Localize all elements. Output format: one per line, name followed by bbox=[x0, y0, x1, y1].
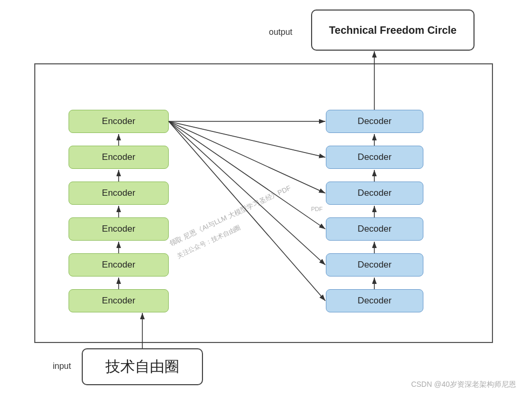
encoder-box-2: Encoder bbox=[69, 146, 169, 169]
decoder-box-4: Decoder bbox=[326, 217, 423, 241]
output-box: Technical Freedom Circle bbox=[311, 9, 475, 51]
decoder-box-2: Decoder bbox=[326, 146, 423, 169]
encoder-box-4: Encoder bbox=[69, 217, 169, 241]
decoder-box-1: Decoder bbox=[326, 110, 423, 133]
input-box: 技术自由圈 bbox=[82, 348, 203, 385]
output-box-text: Technical Freedom Circle bbox=[329, 24, 457, 36]
input-label: input bbox=[53, 361, 71, 371]
output-label: output bbox=[269, 27, 292, 37]
encoder-box-6: Encoder bbox=[69, 289, 169, 312]
input-box-text: 技术自由圈 bbox=[105, 357, 179, 377]
encoder-box-5: Encoder bbox=[69, 253, 169, 277]
decoder-box-6: Decoder bbox=[326, 289, 423, 312]
encoder-box-3: Encoder bbox=[69, 182, 169, 205]
decoder-box-3: Decoder bbox=[326, 182, 423, 205]
main-container: output Technical Freedom Circle Encoder … bbox=[0, 0, 532, 400]
encoder-box-1: Encoder bbox=[69, 110, 169, 133]
decoder-box-5: Decoder bbox=[326, 253, 423, 277]
csdn-label: CSDN @40岁资深老架构师尼恩 bbox=[411, 380, 516, 389]
